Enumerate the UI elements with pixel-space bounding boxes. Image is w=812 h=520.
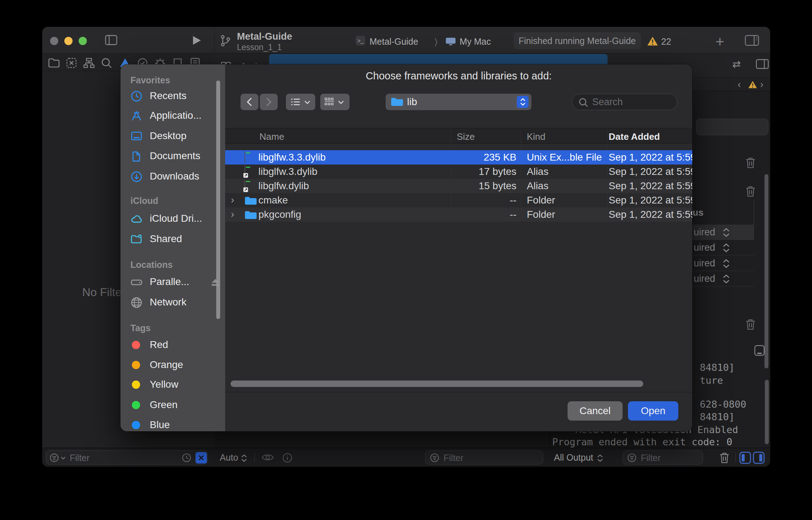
required-row[interactable]: uired	[692, 225, 754, 240]
previous-issue-icon[interactable]: ‹	[738, 79, 741, 90]
background-field	[696, 119, 768, 135]
file-row-selected[interactable]: libglfw.3.3.dylib 235 KB Unix Ex...ble F…	[225, 150, 692, 165]
sidebar-scrollbar[interactable]	[216, 80, 220, 319]
folder-icon	[391, 97, 403, 107]
run-button[interactable]	[192, 35, 202, 45]
scheme-name[interactable]: Metal-Guide	[370, 36, 418, 47]
desktop-icon	[130, 130, 143, 142]
folder-icon	[244, 210, 257, 220]
table-header: Name Size Kind Date Added	[225, 128, 692, 144]
sidebar-item-tag-orange[interactable]: Orange	[126, 357, 216, 373]
column-header-date-added[interactable]: Date Added	[609, 131, 660, 142]
sidebar-item-downloads[interactable]: Downloads	[126, 168, 216, 184]
sidebar-item-shared[interactable]: Shared	[126, 231, 216, 247]
sidebar-section-title: Locations	[130, 260, 173, 270]
column-header-name[interactable]: Name	[259, 131, 284, 142]
stepper-icon	[722, 259, 730, 268]
project-navigator-icon[interactable]	[48, 57, 60, 69]
group-view-button[interactable]	[320, 94, 350, 110]
editor-scrollbar[interactable]	[764, 174, 768, 368]
globe-icon	[130, 296, 143, 309]
search-field[interactable]: Search	[572, 94, 677, 110]
toggle-variables-view-icon[interactable]	[739, 451, 751, 464]
info-icon[interactable]	[282, 453, 292, 463]
minimize-button[interactable]	[64, 37, 73, 45]
cancel-button[interactable]: Cancel	[568, 401, 623, 421]
zoom-button[interactable]	[79, 37, 87, 45]
file-row[interactable]: ↗ libglfw.3.dylib 17 bytes Alias Sep 1, …	[225, 165, 692, 179]
column-header-kind[interactable]: Kind	[527, 131, 545, 142]
toggle-inspector-icon[interactable]	[745, 35, 759, 46]
stepper-icon	[722, 274, 730, 284]
variables-view-mode[interactable]: Auto	[220, 452, 238, 463]
trash-icon[interactable]	[745, 157, 756, 169]
required-row[interactable]: uired	[692, 271, 754, 286]
toggle-navigator-icon[interactable]	[105, 35, 117, 45]
forward-button[interactable]	[260, 94, 278, 110]
navigator-empty-text: No Filte	[82, 286, 122, 299]
executable-file-icon	[244, 151, 255, 163]
clear-filter-button[interactable]	[195, 452, 207, 463]
warning-icon[interactable]	[647, 36, 658, 46]
source-control-navigator-icon[interactable]	[65, 57, 78, 69]
run-destination[interactable]: My Mac	[460, 36, 491, 47]
clock-icon	[130, 90, 143, 102]
search-icon	[579, 98, 588, 107]
jumpbar-warning-icon[interactable]	[748, 80, 757, 89]
back-button[interactable]	[241, 94, 258, 110]
tag-dot-orange	[132, 361, 140, 369]
console-line: 84810]	[700, 362, 735, 373]
tag-dot-blue	[132, 421, 140, 429]
stepper-icon	[597, 454, 603, 462]
add-editor-button[interactable]: +	[716, 33, 724, 50]
warning-count[interactable]: 22	[661, 36, 671, 47]
sidebar-item-tag-blue[interactable]: Blue	[126, 417, 216, 433]
open-button[interactable]: Open	[628, 401, 678, 421]
navigator-filter-field[interactable]: Filter	[46, 450, 208, 465]
console-line: 84810]	[700, 411, 735, 422]
find-navigator-icon[interactable]	[100, 57, 113, 69]
disclosure-chevron-icon[interactable]: ›	[231, 194, 234, 206]
trash-icon[interactable]	[745, 318, 756, 330]
sidebar-item-tag-yellow[interactable]: Yellow	[126, 377, 216, 392]
horizontal-scrollbar[interactable]	[231, 381, 643, 387]
variables-filter-field[interactable]: Filter	[425, 450, 543, 465]
console-filter-field[interactable]: Filter	[623, 450, 703, 465]
symbol-navigator-icon[interactable]	[83, 57, 95, 69]
sidebar-item-tag-red[interactable]: Red	[126, 337, 216, 353]
filter-options-icon[interactable]	[50, 453, 66, 462]
quicklook-eye-icon[interactable]	[262, 453, 274, 462]
list-view-button[interactable]	[286, 94, 315, 110]
clear-console-trash-icon[interactable]	[719, 452, 730, 464]
sidebar-item-parallels[interactable]: Paralle...	[126, 274, 216, 290]
required-row[interactable]: uired	[692, 256, 754, 271]
next-issue-icon[interactable]: ›	[760, 79, 763, 90]
trash-icon[interactable]	[745, 185, 756, 197]
popup-stepper[interactable]	[517, 96, 529, 108]
sidebar-item-documents[interactable]: Documents	[126, 148, 216, 164]
disclosure-chevron-icon[interactable]: ›	[231, 209, 234, 220]
sidebar-item-desktop[interactable]: Desktop	[126, 128, 216, 144]
console-output-mode[interactable]: All Output	[554, 452, 593, 463]
sidebar-item-network[interactable]: Network	[126, 294, 216, 310]
console-scrollbar[interactable]	[765, 380, 769, 444]
close-button[interactable]	[50, 37, 58, 45]
file-row[interactable]: ↗ libglfw.dylib 15 bytes Alias Sep 1, 20…	[225, 179, 692, 193]
sidebar-item-tag-green[interactable]: Green	[126, 397, 216, 413]
required-row[interactable]: uired	[692, 240, 754, 255]
swap-editor-icon[interactable]: ⇄	[732, 58, 741, 70]
stepper-icon	[241, 454, 247, 462]
folder-row[interactable]: › cmake -- Folder Sep 1, 2022 at 5:59	[225, 193, 692, 207]
hide-console-icon[interactable]	[754, 345, 765, 356]
column-header-size[interactable]: Size	[457, 131, 475, 142]
status-column-fragment: us	[693, 207, 703, 218]
sidebar-item-icloud-drive[interactable]: iCloud Dri...	[126, 211, 216, 226]
folder-row[interactable]: › pkgconfig -- Folder Sep 1, 2022 at 5:5…	[225, 207, 692, 222]
sidebar-item-applications[interactable]: Applicatio...	[126, 108, 216, 123]
cloud-icon	[130, 213, 143, 225]
current-folder-popup[interactable]: lib	[386, 94, 531, 110]
toggle-console-view-icon[interactable]	[753, 451, 765, 464]
sidebar-item-recents[interactable]: Recents	[126, 88, 216, 104]
recent-filter-icon[interactable]	[182, 453, 191, 462]
editor-options-icon[interactable]	[756, 59, 769, 69]
